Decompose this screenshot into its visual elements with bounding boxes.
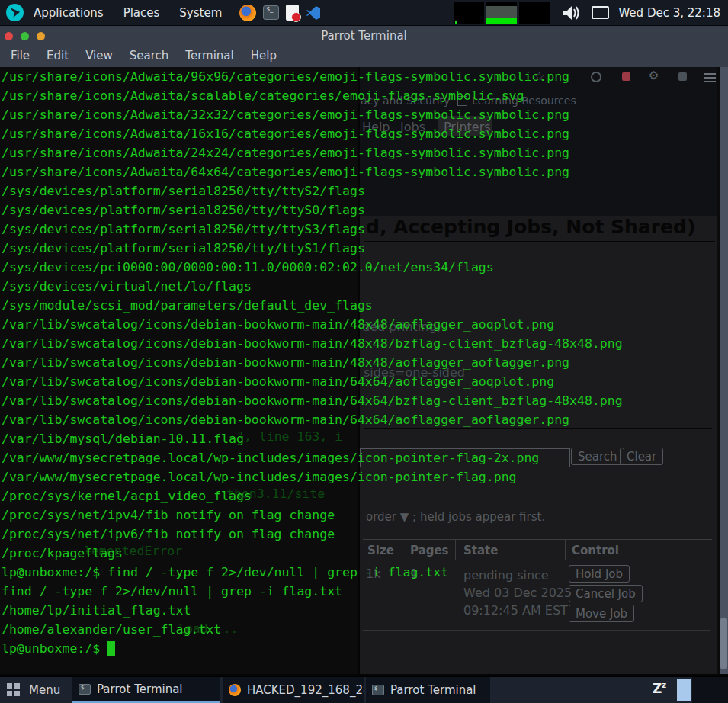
terminal-line: /home/lp/initial_flag.txt: [2, 601, 623, 620]
memory-graph-applet[interactable]: [486, 2, 517, 24]
firefox-icon[interactable]: [239, 5, 256, 21]
window-title: Parrot Terminal: [0, 26, 728, 46]
editor-icon[interactable]: [286, 5, 299, 21]
terminal-line: lp@unboxme:/$: [2, 639, 623, 658]
terminal-line: /var/lib/mysql/debian-10.11.flag: [2, 429, 623, 448]
terminal-line: /usr/share/icons/Adwaita/16x16/categorie…: [2, 124, 623, 143]
terminal-menu-file[interactable]: File: [2, 46, 38, 67]
terminal-content[interactable]: ☆ ⚙ acy and Security Learning Resources …: [0, 67, 728, 674]
vscode-icon[interactable]: [306, 5, 321, 21]
terminal-line: /proc/sys/net/ipv4/fib_notify_on_flag_ch…: [2, 506, 623, 525]
terminal-line: /proc/sys/net/ipv6/fib_notify_on_flag_ch…: [2, 525, 623, 544]
terminal-line: /sys/module/scsi_mod/parameters/default_…: [2, 296, 623, 315]
sleep-icon[interactable]: Zz: [653, 681, 666, 696]
menu-grid-icon[interactable]: [7, 683, 20, 696]
terminal-cursor: [107, 641, 115, 656]
terminal-line: /sys/devices/platform/serial8250/tty/tty…: [2, 181, 623, 201]
top-panel: ApplicationsPlacesSystem $_ Wed Dec 3, 2…: [0, 0, 728, 26]
terminal-menubar: FileEditViewSearchTerminalHelp: [0, 46, 728, 67]
taskbar-item[interactable]: $Parrot Terminal: [366, 677, 490, 703]
taskbar-item-label: Parrot Terminal: [97, 682, 183, 696]
panel-clock[interactable]: Wed Dec 3, 22:18: [618, 6, 720, 20]
hamburger-menu-icon[interactable]: [704, 73, 716, 82]
scrollbar-thumb[interactable]: [720, 618, 727, 669]
adblock-icon[interactable]: [622, 72, 630, 81]
panel-menu-places[interactable]: Places: [114, 0, 170, 25]
taskbar-item[interactable]: HACKED_192_168_28...: [223, 677, 364, 703]
panel-menu-applications[interactable]: Applications: [24, 0, 114, 25]
terminal-icon[interactable]: $_: [263, 5, 279, 20]
terminal-line: lp@unboxme:/$ find / -type f 2>/dev/null…: [2, 563, 623, 582]
terminal-menu-help[interactable]: Help: [242, 46, 285, 67]
taskbar-item-label: Parrot Terminal: [390, 683, 476, 697]
taskbar-menu-button[interactable]: Menu: [29, 677, 60, 703]
panel-menus: ApplicationsPlacesSystem: [24, 0, 232, 25]
panel-menu-system[interactable]: System: [169, 0, 232, 25]
terminal-line: find / -type f 2>/dev/null | grep -i fla…: [2, 582, 623, 601]
terminal-line: /usr/share/icons/Adwaita/64x64/categorie…: [2, 162, 623, 181]
taskbar-item-label: HACKED_192_168_28...: [247, 683, 364, 697]
network-graph-applet[interactable]: [454, 2, 484, 24]
terminal-line: /home/alexander/user_flag.txt: [2, 620, 623, 639]
terminal-line: /var/lib/swcatalog/icons/debian-bookworm…: [2, 334, 623, 353]
terminal-icon: $: [79, 684, 91, 695]
terminal-line: /sys/devices/platform/serial8250/tty/tty…: [2, 220, 623, 239]
terminal-line: /var/www/mysecretpage.local/wp-includes/…: [2, 467, 623, 486]
extensions-icon[interactable]: [678, 72, 687, 81]
terminal-output: /usr/share/icons/Adwaita/96x96/categorie…: [2, 67, 623, 658]
terminal-line: /sys/devices/platform/serial8250/tty/tty…: [2, 239, 623, 258]
wrench-icon[interactable]: ⚙: [649, 69, 659, 82]
terminal-menu-view[interactable]: View: [77, 46, 121, 67]
terminal-menu-terminal[interactable]: Terminal: [177, 46, 242, 67]
volume-icon[interactable]: [561, 3, 581, 23]
terminal-line: /proc/kpageflags: [2, 544, 623, 563]
cpu-graph-applet[interactable]: [519, 2, 550, 24]
taskbar-item[interactable]: $Parrot Terminal: [72, 677, 220, 703]
terminal-menu-edit[interactable]: Edit: [38, 46, 77, 67]
panel-launchers: $_: [239, 5, 321, 21]
workspace-pager[interactable]: [677, 679, 691, 701]
terminal-line: /sys/devices/pci0000:00/0000:00:11.0/000…: [2, 258, 623, 277]
firefox-icon: [229, 684, 241, 696]
taskbar: Menu $Parrot TerminalHACKED_192_168_28..…: [0, 676, 728, 703]
terminal-line: /sys/devices/virtual/net/lo/flags: [2, 277, 623, 296]
terminal-line: /var/lib/swcatalog/icons/debian-bookworm…: [2, 353, 623, 372]
parrot-menu-icon[interactable]: [6, 4, 24, 21]
terminal-line: /var/www/mysecretpage.local/wp-includes/…: [2, 448, 623, 467]
terminal-line: /var/lib/swcatalog/icons/debian-bookworm…: [2, 315, 623, 334]
desktop: ApplicationsPlacesSystem $_ Wed Dec 3, 2…: [0, 0, 728, 703]
terminal-titlebar[interactable]: Parrot Terminal: [0, 26, 728, 46]
terminal-line: /usr/share/icons/Adwaita/96x96/categorie…: [2, 67, 623, 86]
scrollbar-track[interactable]: [720, 67, 728, 674]
terminal-line: /var/lib/swcatalog/icons/debian-bookworm…: [2, 410, 623, 429]
terminal-line: /var/lib/swcatalog/icons/debian-bookworm…: [2, 372, 623, 391]
terminal-line: /usr/share/icons/Adwaita/scalable/catego…: [2, 86, 623, 105]
clear-button[interactable]: Clear: [620, 448, 663, 465]
terminal-menu-search[interactable]: Search: [121, 46, 178, 67]
terminal-line: /usr/share/icons/Adwaita/32x32/categorie…: [2, 105, 623, 124]
terminal-line: /proc/sys/kernel/acpi_video_flags: [2, 486, 623, 506]
terminal-line: /usr/share/icons/Adwaita/24x24/categorie…: [2, 143, 623, 162]
display-icon[interactable]: [592, 6, 609, 19]
tray-area: [692, 677, 728, 703]
terminal-line: /sys/devices/platform/serial8250/tty/tty…: [2, 201, 623, 220]
terminal-icon: $: [372, 685, 384, 695]
terminal-line: /var/lib/swcatalog/icons/debian-bookworm…: [2, 391, 623, 410]
